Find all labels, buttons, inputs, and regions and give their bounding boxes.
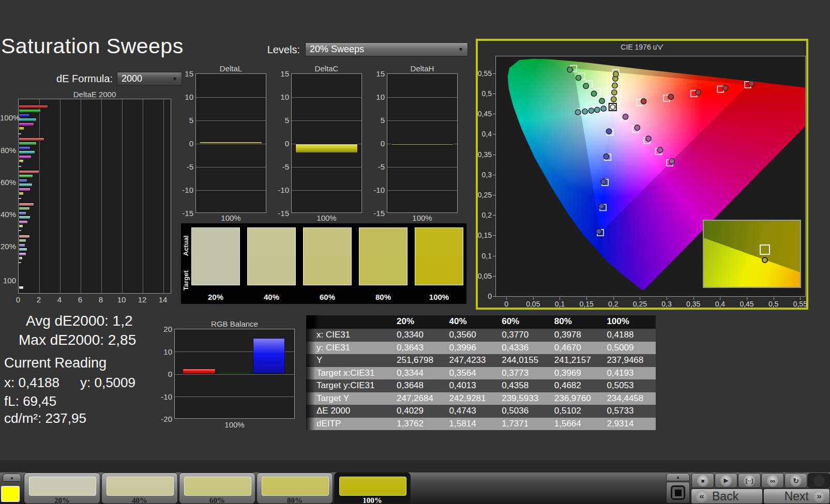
- cie-measured-blue-4: [599, 204, 604, 209]
- cie-measured-blue-2: [603, 154, 609, 159]
- cie-measured-blue-1: [606, 129, 611, 134]
- display-window-button[interactable]: [666, 482, 690, 503]
- cie-measured-red-3: [696, 90, 701, 95]
- marker-icon: [··]: [744, 475, 755, 486]
- levels-dropdown[interactable]: 20% Sweeps ▼: [305, 42, 468, 56]
- de-bar-white-100: [19, 286, 24, 289]
- cie-measured-magenta-1: [623, 114, 628, 119]
- patch-button-80%[interactable]: 80%: [256, 472, 333, 504]
- cie-measured-green-2: [591, 91, 596, 96]
- stop-button[interactable]: ■: [691, 473, 714, 488]
- marker-button[interactable]: [··]: [738, 473, 761, 488]
- table-row: dEITP1,37621,58141,73711,56642,9314: [306, 418, 656, 431]
- rgb-balance-title: RGB Balance: [174, 319, 295, 328]
- inset-target-square: [760, 245, 770, 255]
- deltaL-bar: [200, 142, 262, 144]
- patch-button-label: 60%: [179, 496, 255, 504]
- disabled-button: [808, 473, 830, 488]
- reading-x: x: 0,4188: [4, 375, 59, 391]
- sweep-swatch-20%: [191, 227, 240, 285]
- de-bar-blue-60%: [19, 179, 27, 182]
- cie-measured-yellow-5: [613, 71, 618, 77]
- de-bar-red-100%: [19, 105, 48, 109]
- de-bar-yellow-40%: [19, 224, 23, 228]
- sweep-swatch-label: 20%: [191, 293, 240, 301]
- de-bar-cyan-40%: [19, 216, 31, 219]
- play-button[interactable]: ▶: [715, 473, 737, 488]
- sweep-swatch-label: 80%: [359, 293, 408, 301]
- reading-y: y: 0,5009: [80, 375, 135, 391]
- table-header: 20%: [393, 315, 446, 329]
- reading-cdm2: cd/m²: 237,95: [4, 410, 86, 426]
- up-arrow-icon: ▲: [10, 475, 14, 480]
- deltac-title: DeltaC: [291, 64, 362, 73]
- patch-button-20%[interactable]: 20%: [24, 472, 100, 504]
- de-bar-magenta-20%: [19, 252, 26, 256]
- de-formula-dropdown[interactable]: 2000 ▼: [117, 72, 182, 86]
- cie-measured-cyan-4: [582, 109, 587, 114]
- cie-measured-red-1: [641, 99, 646, 104]
- cie-measured-blue-5: [596, 228, 601, 234]
- de-bar-blue-40%: [19, 211, 26, 215]
- rgb-balance-x-label: 100%: [174, 420, 295, 429]
- de-bar-yellow-100%: [19, 127, 24, 130]
- reading-fl: fL: 69,45: [4, 393, 56, 409]
- sweep-swatch-label: 60%: [303, 293, 352, 301]
- deltaL-chart: [195, 73, 266, 213]
- de-bar-green-80%: [19, 142, 37, 145]
- de-bar-red-20%: [19, 235, 30, 238]
- patch-button-label: 100%: [335, 496, 410, 504]
- patch-button-100%[interactable]: 100%: [334, 472, 411, 504]
- de-bar-cyan-60%: [19, 183, 33, 187]
- deltae-chart-title: DeltaE 2000: [18, 90, 171, 99]
- cie-measured-magenta-3: [646, 136, 651, 141]
- sweep-swatch-label: 40%: [247, 293, 296, 301]
- sweep-swatch-80%: [359, 227, 408, 285]
- next-button-label: Next: [784, 490, 809, 503]
- expand-up-button-left[interactable]: ▲: [3, 474, 21, 482]
- de-bar-green-60%: [19, 174, 33, 178]
- cie-measured-green-1: [599, 98, 605, 103]
- back-button[interactable]: « Back: [691, 488, 763, 504]
- play-icon: ▶: [720, 475, 732, 486]
- cie-measured-yellow-2: [612, 90, 617, 95]
- next-button[interactable]: Next »: [763, 488, 830, 504]
- de-bar-green-100%: [19, 109, 41, 113]
- cie-measured-magenta-4: [657, 147, 662, 152]
- max-de2000: Max dE2000: 2,85: [19, 332, 136, 348]
- de-bar-blue-20%: [19, 243, 25, 247]
- table-row: x: CIE310,33400,35600,37700,39780,4188: [306, 329, 656, 342]
- cie-measured-cyan-5: [575, 110, 580, 115]
- rgb-balance-chart: [174, 329, 295, 419]
- deltal-x-label: 100%: [195, 213, 266, 222]
- de-bar-magenta-100%: [19, 123, 34, 126]
- refresh-icon: ↻: [790, 475, 802, 486]
- actual-row-label: Actual: [182, 228, 190, 263]
- expand-up-button-right[interactable]: ▲: [666, 473, 690, 481]
- window-icon: [671, 485, 685, 500]
- levels-value: 20% Sweeps: [310, 44, 364, 55]
- deltac-x-label: 100%: [291, 213, 362, 222]
- cie-measured-cyan-1: [601, 106, 606, 111]
- next-chevron-icon: »: [813, 490, 825, 502]
- sweep-swatch-100%: [415, 227, 463, 285]
- infinity-icon: ∞: [767, 475, 778, 486]
- cie-measured-cyan-3: [588, 108, 594, 113]
- refresh-button[interactable]: ↻: [784, 473, 807, 488]
- cie-measured-magenta-2: [635, 125, 640, 130]
- cie-measured-red-4: [722, 85, 728, 90]
- infinity-button[interactable]: ∞: [761, 473, 784, 488]
- table-header: 40%: [446, 315, 499, 329]
- back-button-label: Back: [712, 490, 738, 503]
- de-bar-blue-80%: [19, 146, 31, 150]
- patch-button-40%[interactable]: 40%: [101, 472, 178, 504]
- de-bar-yellow-80%: [19, 159, 24, 163]
- de-bar-green-40%: [19, 207, 30, 210]
- back-chevron-icon: «: [696, 490, 708, 502]
- cie-zoom-inset: [703, 220, 801, 288]
- current-color-swatch: [1, 486, 20, 502]
- patch-button-60%[interactable]: 60%: [179, 472, 255, 504]
- sweep-swatch-40%: [247, 227, 296, 285]
- deltah-x-label: 100%: [387, 213, 458, 222]
- table-row: Target y:CIE310,36480,40130,43580,46820,…: [306, 379, 656, 392]
